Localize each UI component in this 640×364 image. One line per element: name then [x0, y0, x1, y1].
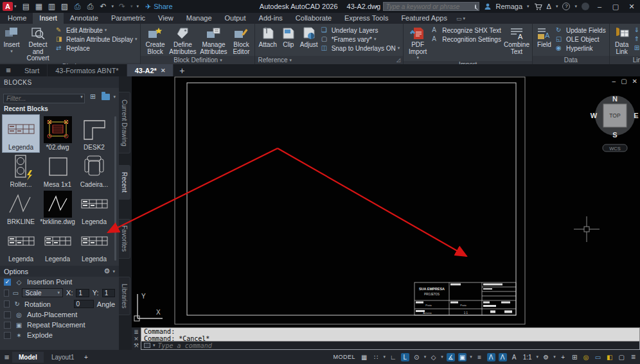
infer-constraints-icon[interactable]: ∟: [389, 353, 398, 361]
browse-caret-icon[interactable]: ▾: [113, 94, 116, 100]
scale-checkbox[interactable]: [4, 290, 9, 297]
polar-tracking-caret-icon[interactable]: ▾: [424, 354, 427, 360]
tab-annotate[interactable]: Annotate: [64, 13, 105, 24]
tab-home[interactable]: Home: [1, 13, 33, 24]
object-snap-icon[interactable]: ▣: [458, 353, 467, 361]
search-collapse-icon[interactable]: ▸: [376, 4, 378, 9]
redo-icon[interactable]: ↷: [118, 3, 127, 10]
object-snap-caret-icon[interactable]: ▾: [470, 354, 472, 360]
command-recent-icon[interactable]: [144, 343, 150, 348]
download-from-source-button[interactable]: ⇓ Download from Source: [634, 26, 640, 34]
search-icon[interactable]: [475, 4, 476, 9]
drawing-close-button[interactable]: ✕: [632, 78, 637, 85]
block-item-mesa[interactable]: Mesa 1x1: [39, 152, 76, 189]
explode-checkbox[interactable]: [4, 332, 11, 339]
user-name[interactable]: Remaga: [496, 3, 523, 10]
tab-collaborate[interactable]: Collaborate: [289, 13, 338, 24]
viewcube[interactable]: N E S W TOP WCS: [591, 95, 639, 152]
command-customize-icon[interactable]: ⚒: [134, 342, 139, 349]
open-file-icon[interactable]: ▦: [35, 3, 44, 10]
tab-view[interactable]: View: [152, 13, 180, 24]
isolate-objects-icon[interactable]: ◎: [582, 353, 591, 361]
new-layout-button[interactable]: +: [82, 353, 90, 361]
tab-insert[interactable]: Insert: [33, 13, 64, 24]
share-button[interactable]: ✈ Share: [145, 3, 173, 10]
command-caret-icon[interactable]: ▾: [153, 343, 156, 348]
recognition-settings-button[interactable]: A Recognition Settings: [432, 35, 501, 43]
edit-attribute-button[interactable]: ✎ Edit Attribute ▾: [56, 26, 137, 34]
data-link-button[interactable]: Data Link: [612, 25, 632, 56]
tab-express-tools[interactable]: Express Tools: [338, 13, 395, 24]
snap-mode-icon[interactable]: ∷: [371, 353, 380, 361]
object-snap-tracking-icon[interactable]: ∡: [447, 353, 455, 361]
options-header[interactable]: Options ⚙ ▾: [0, 266, 119, 277]
snap-underlays-button[interactable]: ◫ Snap to Underlays ON ▾: [321, 44, 400, 52]
layout-tabs-menu-icon[interactable]: ≡: [3, 352, 11, 363]
polar-tracking-icon[interactable]: ⊙: [413, 353, 421, 361]
side-tab-current-drawing[interactable]: Current Drawing: [119, 92, 130, 153]
blocks-scrollbar[interactable]: [114, 116, 116, 261]
manage-attributes-button[interactable]: Manage Attributes: [198, 25, 229, 56]
isodraft-icon[interactable]: ◇: [429, 353, 438, 361]
update-fields-button[interactable]: ↻ Update Fields: [556, 26, 606, 34]
autodesk-access-icon[interactable]: Δ: [547, 3, 551, 10]
quick-properties-icon[interactable]: ⊞: [571, 353, 579, 361]
extract-data-button[interactable]: ⊞ Extract Data: [634, 44, 640, 52]
block-item-legenda-3[interactable]: Legenda: [3, 227, 39, 264]
plot-icon[interactable]: ⎙: [73, 3, 82, 10]
hyperlink-button[interactable]: ◉ Hyperlink: [556, 44, 606, 52]
side-tab-recent[interactable]: Recent: [119, 165, 130, 200]
insertion-point-checkbox[interactable]: ✓: [4, 279, 11, 286]
reference-panel-label[interactable]: Reference: [258, 56, 287, 64]
doc-tabs-menu-icon[interactable]: ≡: [0, 64, 17, 76]
lineweight-icon[interactable]: ≡: [476, 353, 484, 361]
customization-icon[interactable]: ≡: [629, 352, 637, 362]
command-history-icon[interactable]: ≣: [134, 329, 139, 335]
block-item-roller[interactable]: Roller...: [3, 152, 39, 189]
clean-screen-icon[interactable]: ◧: [605, 353, 614, 361]
define-attributes-button[interactable]: Define Attributes: [168, 25, 197, 56]
y-value-field[interactable]: 1: [102, 289, 115, 297]
block-item-desk2[interactable]: DESK2: [76, 115, 112, 152]
save-as-icon[interactable]: ▨: [60, 3, 69, 10]
block-item-legenda-4[interactable]: Legenda: [39, 227, 76, 264]
block-item-legenda-2[interactable]: Legenda: [76, 189, 112, 227]
command-close-icon[interactable]: ✕: [134, 336, 139, 342]
detect-convert-button[interactable]: Detect and Convert: [22, 25, 54, 63]
workspace-switching-icon[interactable]: ⚙: [542, 353, 550, 361]
create-block-button[interactable]: Create Block: [143, 25, 167, 56]
scale-select[interactable]: Scale ▾: [22, 288, 63, 297]
tab-parametric[interactable]: Parametric: [105, 13, 152, 24]
drawing-area[interactable]: – ▢ ✕: [132, 76, 640, 327]
combine-text-button[interactable]: A Combine Text: [503, 25, 530, 56]
auto-placement-checkbox[interactable]: [4, 311, 11, 318]
options-gear-icon[interactable]: ⚙: [104, 267, 111, 275]
restore-button[interactable]: ▢: [610, 3, 621, 11]
tab-output[interactable]: Output: [218, 13, 253, 24]
doc-tab-formatos[interactable]: 43-Formatos ABNT*: [48, 64, 127, 76]
command-history[interactable]: Command: Command: *Cancel*: [141, 327, 640, 342]
attach-button[interactable]: Attach: [257, 25, 278, 49]
browse-folder-icon[interactable]: [102, 94, 111, 100]
print-icon[interactable]: ⎙: [86, 3, 95, 10]
annotation-scale-caret-icon[interactable]: ▾: [537, 354, 539, 360]
doc-tab-start[interactable]: Start: [17, 64, 48, 76]
help-caret-icon[interactable]: ▾: [574, 4, 577, 9]
insert-block-button[interactable]: Insert ▾: [2, 25, 21, 55]
close-button[interactable]: ✕: [626, 3, 637, 11]
assistant-icon[interactable]: [582, 3, 589, 10]
hardware-acceleration-icon[interactable]: ▭: [594, 353, 602, 361]
cart-icon[interactable]: [534, 3, 542, 10]
command-input[interactable]: [158, 342, 637, 349]
grid-display-icon[interactable]: ▦: [360, 353, 368, 361]
options-caret-icon[interactable]: ▾: [112, 269, 115, 274]
help-search-input[interactable]: [386, 3, 472, 10]
block-item-legenda-1[interactable]: Legenda: [3, 115, 39, 152]
qat-dropdown-icon[interactable]: ▾: [137, 4, 139, 9]
ole-object-button[interactable]: ◱ OLE Object: [556, 35, 606, 43]
annotation-autoscale-icon[interactable]: Λ: [499, 353, 507, 361]
drawing-restore-button[interactable]: ▢: [621, 78, 627, 85]
workspace-caret-icon[interactable]: ▾: [553, 354, 556, 360]
insert-dwg-icon[interactable]: ⊞: [88, 92, 98, 101]
save-icon[interactable]: ▥: [48, 3, 57, 10]
